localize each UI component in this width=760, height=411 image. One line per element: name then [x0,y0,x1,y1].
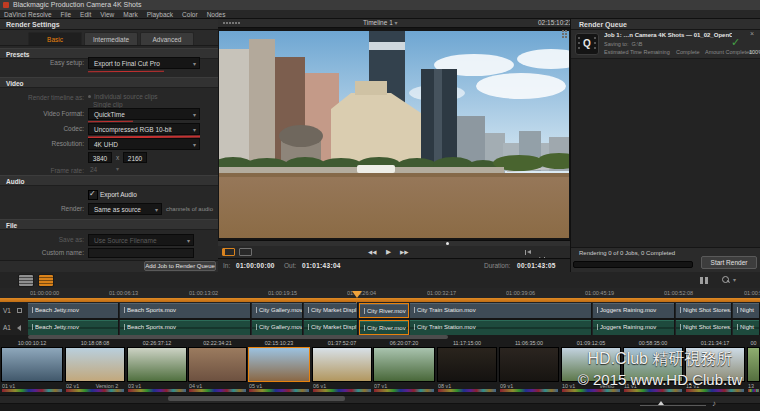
clip-thumbnail[interactable]: 10:00:10:12 01 v1 [1,340,63,393]
snap-icon[interactable] [700,277,703,284]
audio-clip[interactable]: City River.mov [359,320,409,335]
menu-item[interactable]: View [100,11,114,18]
playhead-marker[interactable] [352,291,362,298]
video-clip[interactable]: Night [733,303,760,318]
settings-tab[interactable]: Advanced [140,32,194,45]
clip-thumbnail[interactable]: 00 13 [747,340,760,393]
video-clip[interactable]: City Train Station.mov [410,303,592,318]
clip-thumbnail-image[interactable] [747,347,760,382]
zoom-slider[interactable] [640,405,706,406]
add-job-to-render-queue-button[interactable]: Add Job to Render Queue [144,261,216,271]
menu-item[interactable]: Edit [80,11,91,18]
clip-thumbnail[interactable]: 11:06:35:00 09 v1 [499,340,559,393]
play-button[interactable]: ▶ [386,246,391,258]
clip-thumbnail[interactable]: 01:37:52:07 06 v1 [312,340,372,393]
clip-thumbnail-image[interactable] [437,347,497,382]
video-preview[interactable] [219,31,569,238]
video-clip[interactable]: City Market Displ [304,303,358,318]
in-timecode[interactable]: 01:00:00:00 [236,259,275,273]
resolution-width-field[interactable]: 3840 [88,152,112,163]
clip-thumbnail[interactable]: 02:26:37:12 03 v1 [127,340,187,393]
menu-item[interactable]: Mark [123,11,137,18]
zoom-icon[interactable] [722,276,729,283]
render-job-card[interactable]: Q Job 1: …n Camera 4K Shots — 01_02_Open… [571,30,760,59]
timeline-selector[interactable]: Timeline 1 ▾ [363,19,398,27]
audio-clip[interactable]: Night [733,320,760,335]
clip-thumbnail[interactable]: 02:15:10:23 05 v1 [248,340,310,393]
video-clip[interactable]: Beach Sports.mov [120,303,251,318]
clip-thumbnail-image[interactable] [1,347,63,382]
video-clip[interactable]: Joggers Raining.mov [593,303,675,318]
scrub-marker[interactable] [446,242,449,245]
skip-forward-button[interactable]: ▶▶ [400,246,408,258]
clip-thumbnail[interactable]: 02:22:34:21 04 v1 [188,340,247,393]
clip-thumbnail-image[interactable] [188,347,247,382]
audio-clip[interactable]: City Train Station.mov [410,320,592,335]
clip-thumbnail-image[interactable] [685,347,745,382]
timeline-range-bar[interactable] [0,298,760,302]
menu-item[interactable]: Playback [147,11,173,18]
audio-clip[interactable]: City Market Displ [304,320,358,335]
option-individual-source-clips[interactable]: Individual source clips [88,93,158,100]
clip-thumbnail-image[interactable] [65,347,125,382]
clip-thumbnail-image[interactable] [561,347,621,382]
clip-thumbnail-image[interactable] [623,347,683,382]
settings-tab[interactable]: Basic [28,32,82,45]
audio-clip[interactable]: Night Shot Stores.m [676,320,732,335]
clip-thumbnail-image[interactable] [312,347,372,382]
out-timecode[interactable]: 01:01:43:04 [302,259,341,273]
menu-item[interactable]: Color [182,11,198,18]
custom-name-input[interactable] [88,248,194,258]
audio-clip[interactable]: Beach Sports.mov [120,320,251,335]
video-clip[interactable]: Night Shot Stores.m [676,303,732,318]
clip-thumbnail[interactable]: 01:21:34:17 12 v1 [685,340,745,393]
easy-setup-dropdown[interactable]: Export to Final Cut Pro [88,57,200,69]
menu-item[interactable]: Nodes [207,11,226,18]
menu-item[interactable]: DaVinci Resolve [4,11,52,18]
clip-thumbnail-image[interactable] [127,347,187,382]
video-format-dropdown[interactable]: QuickTime [88,108,200,120]
zoom-dropdown-arrow-icon[interactable]: ▾ [733,276,736,283]
grid-dots-icon[interactable] [562,30,564,32]
settings-tab[interactable]: Intermediate [84,32,138,45]
clip-mode-icon[interactable] [239,248,252,256]
in-out-range-icon[interactable] [222,248,235,256]
audio-clip[interactable]: Joggers Raining.mov [593,320,675,335]
clip-thumbnail[interactable]: 00:58:35:00 11 v1 [623,340,683,393]
video-track-label[interactable]: V1 [3,303,11,318]
timeline-scrollbar-thumb[interactable] [28,335,448,339]
previous-frame-icon[interactable] [524,249,532,256]
clip-thumbnail-image[interactable] [499,347,559,382]
video-clip[interactable]: Beach Jetty.mov [28,303,119,318]
clip-thumbnail[interactable]: 10:18:08:08 02 v1 Version 2 [65,340,125,393]
clip-thumbnail[interactable]: 01:09:12:05 10 v1 Versio [561,340,621,393]
video-track-enable-icon[interactable] [17,308,22,313]
clips-view-icon[interactable] [38,274,54,287]
panel-grip-dots[interactable] [223,22,225,24]
clip-thumbnail-image[interactable] [373,347,435,382]
save-as-dropdown[interactable]: Use Source Filename [88,234,194,246]
audio-track-label[interactable]: A1 [3,320,11,335]
resolution-height-field[interactable]: 2160 [123,152,147,163]
job-close-icon[interactable]: × [750,30,754,37]
strip-scrollbar-thumb[interactable] [168,396,345,401]
zoom-slider-handle[interactable] [658,401,664,405]
clip-thumbnail[interactable]: 11:17:15:00 08 v1 [437,340,497,393]
speaker-icon[interactable] [17,325,21,331]
video-clip[interactable]: City River.mov [359,303,409,318]
export-audio-checkbox[interactable] [88,190,98,200]
option-single-clip[interactable]: Single clip [93,101,123,108]
audio-channels-dropdown[interactable]: Same as source [88,203,162,215]
video-clip[interactable]: City Gallery.mov [252,303,303,318]
resolution-dropdown[interactable]: 4K UHD [88,138,200,150]
codec-dropdown[interactable]: Uncompressed RGB 10-bit [88,123,200,135]
clip-thumbnail-image[interactable] [248,347,310,382]
timeline-view-icon[interactable] [18,274,34,287]
skip-back-button[interactable]: ◀◀ [368,246,376,258]
audio-clip[interactable]: Beach Jetty.mov [28,320,119,335]
timeline-ruler[interactable]: 01:00:00:0001:00:06:1301:00:13:0201:00:1… [0,288,760,298]
start-render-button[interactable]: Start Render [701,256,757,269]
frame-rate-value[interactable]: 24 [90,166,97,173]
clip-thumbnail[interactable]: 06:20:07:20 07 v1 [373,340,435,393]
audio-clip[interactable]: City Gallery.mov [252,320,303,335]
